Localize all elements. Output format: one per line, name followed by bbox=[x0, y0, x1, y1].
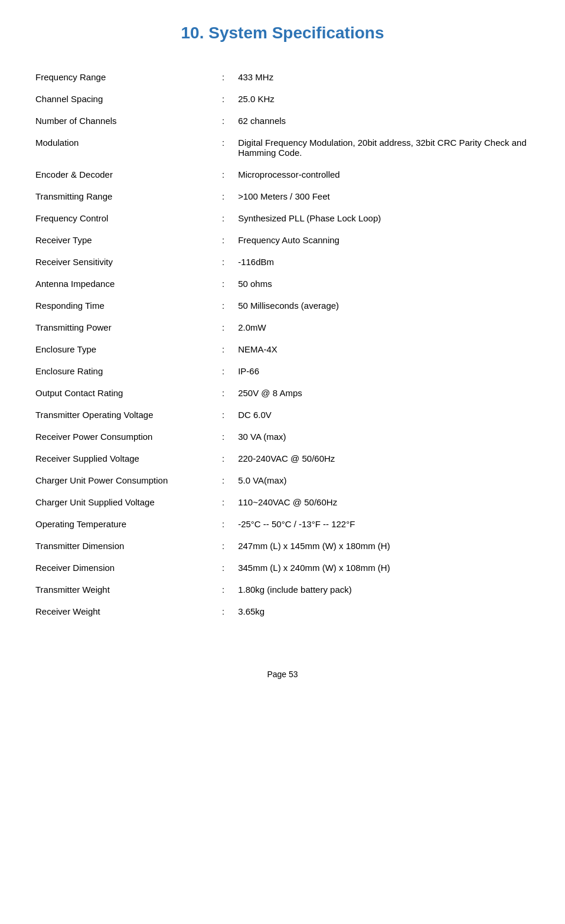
spec-colon: : bbox=[208, 229, 238, 251]
spec-colon: : bbox=[208, 491, 238, 513]
spec-colon: : bbox=[208, 600, 238, 622]
spec-row: Frequency Control:Synthesized PLL (Phase… bbox=[35, 207, 530, 229]
spec-colon: : bbox=[208, 513, 238, 535]
spec-colon: : bbox=[208, 382, 238, 404]
spec-value: 3.65kg bbox=[238, 600, 530, 622]
spec-row: Transmitter Operating Voltage:DC 6.0V bbox=[35, 404, 530, 426]
spec-label: Receiver Sensitivity bbox=[35, 251, 208, 273]
page-footer: Page 53 bbox=[35, 670, 530, 679]
spec-colon: : bbox=[208, 110, 238, 132]
spec-colon: : bbox=[208, 132, 238, 164]
spec-label: Transmitter Operating Voltage bbox=[35, 404, 208, 426]
spec-label: Frequency Control bbox=[35, 207, 208, 229]
spec-colon: : bbox=[208, 251, 238, 273]
spec-label: Modulation bbox=[35, 132, 208, 164]
spec-label: Number of Channels bbox=[35, 110, 208, 132]
spec-label: Transmitting Range bbox=[35, 185, 208, 207]
spec-value: 50 ohms bbox=[238, 273, 530, 295]
spec-value: NEMA-4X bbox=[238, 338, 530, 360]
spec-row: Receiver Supplied Voltage:220-240VAC @ 5… bbox=[35, 448, 530, 469]
spec-label: Transmitter Dimension bbox=[35, 535, 208, 557]
spec-value: 250V @ 8 Amps bbox=[238, 382, 530, 404]
spec-row: Encoder & Decoder:Microprocessor-control… bbox=[35, 164, 530, 185]
spec-label: Receiver Supplied Voltage bbox=[35, 448, 208, 469]
spec-value: Microprocessor-controlled bbox=[238, 164, 530, 185]
spec-label: Charger Unit Supplied Voltage bbox=[35, 491, 208, 513]
spec-colon: : bbox=[208, 469, 238, 491]
spec-colon: : bbox=[208, 360, 238, 382]
spec-colon: : bbox=[208, 273, 238, 295]
spec-value: >100 Meters / 300 Feet bbox=[238, 185, 530, 207]
spec-row: Charger Unit Supplied Voltage:110~240VAC… bbox=[35, 491, 530, 513]
spec-row: Enclosure Type:NEMA-4X bbox=[35, 338, 530, 360]
spec-row: Antenna Impedance:50 ohms bbox=[35, 273, 530, 295]
spec-value: 110~240VAC @ 50/60Hz bbox=[238, 491, 530, 513]
spec-label: Charger Unit Power Consumption bbox=[35, 469, 208, 491]
spec-row: Receiver Weight:3.65kg bbox=[35, 600, 530, 622]
spec-row: Frequency Range:433 MHz bbox=[35, 66, 530, 88]
spec-value: 50 Milliseconds (average) bbox=[238, 295, 530, 316]
spec-label: Encoder & Decoder bbox=[35, 164, 208, 185]
spec-row: Output Contact Rating:250V @ 8 Amps bbox=[35, 382, 530, 404]
spec-row: Transmitting Power:2.0mW bbox=[35, 316, 530, 338]
spec-row: Transmitter Weight:1.80kg (include batte… bbox=[35, 579, 530, 600]
spec-row: Modulation:Digital Frequency Modulation,… bbox=[35, 132, 530, 164]
spec-colon: : bbox=[208, 404, 238, 426]
spec-colon: : bbox=[208, 295, 238, 316]
spec-label: Frequency Range bbox=[35, 66, 208, 88]
spec-value: Frequency Auto Scanning bbox=[238, 229, 530, 251]
spec-colon: : bbox=[208, 579, 238, 600]
spec-colon: : bbox=[208, 164, 238, 185]
spec-colon: : bbox=[208, 185, 238, 207]
spec-colon: : bbox=[208, 207, 238, 229]
spec-value: 220-240VAC @ 50/60Hz bbox=[238, 448, 530, 469]
spec-row: Enclosure Rating:IP-66 bbox=[35, 360, 530, 382]
spec-value: Digital Frequency Modulation, 20bit addr… bbox=[238, 132, 530, 164]
spec-value: DC 6.0V bbox=[238, 404, 530, 426]
spec-label: Transmitting Power bbox=[35, 316, 208, 338]
spec-label: Enclosure Rating bbox=[35, 360, 208, 382]
spec-colon: : bbox=[208, 557, 238, 579]
spec-colon: : bbox=[208, 66, 238, 88]
spec-value: Synthesized PLL (Phase Lock Loop) bbox=[238, 207, 530, 229]
spec-label: Responding Time bbox=[35, 295, 208, 316]
spec-label: Receiver Dimension bbox=[35, 557, 208, 579]
spec-value: 2.0mW bbox=[238, 316, 530, 338]
spec-label: Operating Temperature bbox=[35, 513, 208, 535]
spec-row: Receiver Type:Frequency Auto Scanning bbox=[35, 229, 530, 251]
spec-value: 62 channels bbox=[238, 110, 530, 132]
spec-row: Responding Time:50 Milliseconds (average… bbox=[35, 295, 530, 316]
spec-row: Operating Temperature:-25°C -- 50°C / -1… bbox=[35, 513, 530, 535]
spec-colon: : bbox=[208, 448, 238, 469]
spec-value: 1.80kg (include battery pack) bbox=[238, 579, 530, 600]
spec-row: Receiver Sensitivity:-116dBm bbox=[35, 251, 530, 273]
spec-value: 25.0 KHz bbox=[238, 88, 530, 110]
spec-colon: : bbox=[208, 535, 238, 557]
spec-label: Receiver Weight bbox=[35, 600, 208, 622]
spec-value: 30 VA (max) bbox=[238, 426, 530, 448]
spec-label: Output Contact Rating bbox=[35, 382, 208, 404]
spec-row: Receiver Dimension:345mm (L) x 240mm (W)… bbox=[35, 557, 530, 579]
spec-label: Receiver Power Consumption bbox=[35, 426, 208, 448]
spec-value: 345mm (L) x 240mm (W) x 108mm (H) bbox=[238, 557, 530, 579]
spec-row: Number of Channels:62 channels bbox=[35, 110, 530, 132]
spec-label: Enclosure Type bbox=[35, 338, 208, 360]
spec-colon: : bbox=[208, 338, 238, 360]
spec-value: 5.0 VA(max) bbox=[238, 469, 530, 491]
specs-table: Frequency Range:433 MHzChannel Spacing:2… bbox=[35, 66, 530, 622]
spec-label: Transmitter Weight bbox=[35, 579, 208, 600]
page-title: 10. System Specifications bbox=[35, 24, 530, 43]
spec-value: IP-66 bbox=[238, 360, 530, 382]
spec-colon: : bbox=[208, 88, 238, 110]
spec-row: Receiver Power Consumption:30 VA (max) bbox=[35, 426, 530, 448]
spec-colon: : bbox=[208, 316, 238, 338]
spec-row: Channel Spacing:25.0 KHz bbox=[35, 88, 530, 110]
spec-label: Channel Spacing bbox=[35, 88, 208, 110]
spec-row: Charger Unit Power Consumption:5.0 VA(ma… bbox=[35, 469, 530, 491]
spec-label: Antenna Impedance bbox=[35, 273, 208, 295]
spec-value: 433 MHz bbox=[238, 66, 530, 88]
spec-colon: : bbox=[208, 426, 238, 448]
spec-value: -25°C -- 50°C / -13°F -- 122°F bbox=[238, 513, 530, 535]
spec-label: Receiver Type bbox=[35, 229, 208, 251]
spec-row: Transmitter Dimension:247mm (L) x 145mm … bbox=[35, 535, 530, 557]
